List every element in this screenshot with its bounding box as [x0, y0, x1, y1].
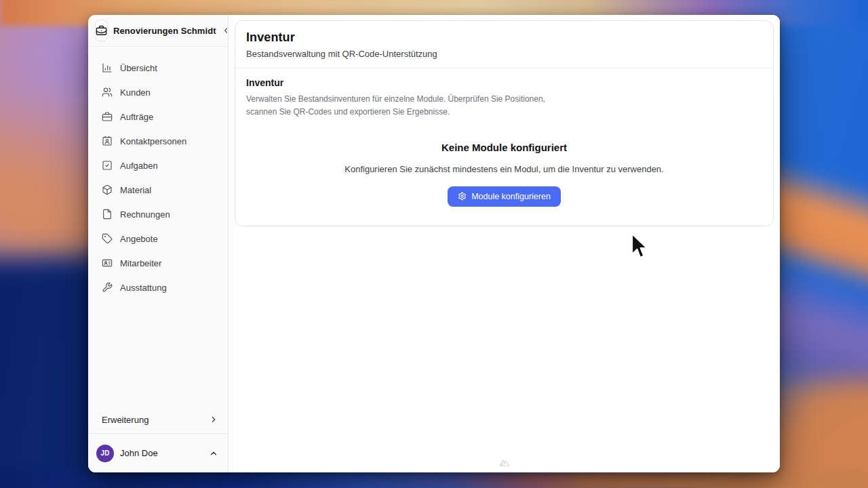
sidebar-item-label: Angebote	[120, 234, 158, 244]
brand-logo	[95, 20, 108, 41]
briefcase-icon	[102, 111, 113, 122]
check-square-icon	[102, 160, 113, 171]
sidebar-nav: Übersicht Kunden Aufträge Kontaktpersone…	[88, 47, 228, 300]
sidebar-item-mitarbeiter[interactable]: Mitarbeiter	[96, 251, 220, 275]
wallpaper-blob	[0, 470, 868, 488]
id-card-icon	[102, 258, 113, 268]
tag-icon	[102, 233, 113, 244]
sidebar-item-label: Kunden	[120, 87, 151, 98]
main-content: Inventur Bestandsverwaltung mit QR-Code-…	[229, 15, 780, 472]
sidebar-item-angebote[interactable]: Angebote	[96, 226, 220, 251]
sidebar-item-kunden[interactable]: Kunden	[96, 80, 220, 104]
sidebar-item-label: Material	[120, 185, 151, 195]
empty-state: Keine Module konfiguriert Konfigurieren …	[246, 142, 762, 207]
extension-label: Erweiterung	[102, 415, 149, 425]
brand-name: Renovierungen Schmidt	[113, 26, 216, 36]
sidebar-item-label: Mitarbeiter	[120, 258, 161, 268]
page-title: Inventur	[246, 30, 762, 45]
avatar: JD	[96, 445, 114, 462]
sidebar-item-label: Übersicht	[120, 63, 157, 73]
empty-state-title: Keine Module konfiguriert	[246, 142, 762, 153]
empty-state-message: Konfigurieren Sie zunächst mindestens ei…	[246, 164, 762, 174]
sidebar-item-erweiterung[interactable]: Erweiterung	[88, 406, 228, 433]
package-icon	[102, 184, 113, 195]
app-window: Renovierungen Schmidt Übersicht Kunden A…	[88, 15, 780, 472]
file-icon	[102, 209, 113, 220]
sidebar-item-label: Aufgaben	[120, 161, 158, 171]
sidebar-spacer	[88, 300, 228, 406]
inventur-card: Inventur Bestandsverwaltung mit QR-Code-…	[235, 20, 774, 226]
contact-icon	[102, 136, 113, 146]
sidebar-item-aufgaben[interactable]: Aufgaben	[96, 153, 220, 178]
user-name: John Doe	[120, 448, 158, 458]
chevron-right-icon	[209, 415, 218, 424]
section-title: Inventur	[246, 77, 762, 88]
bar-chart-icon	[102, 62, 113, 73]
sidebar-item-label: Ausstattung	[120, 283, 167, 293]
page-subtitle: Bestandsverwaltung mit QR-Code-Unterstüt…	[246, 49, 762, 59]
button-label: Module konfigurieren	[471, 192, 551, 201]
users-icon	[102, 87, 113, 98]
mountain-logo-icon	[498, 457, 511, 470]
card-body: Inventur Verwalten Sie Bestandsinventure…	[235, 68, 773, 226]
sidebar-item-material[interactable]: Material	[96, 178, 220, 202]
desktop: Renovierungen Schmidt Übersicht Kunden A…	[0, 0, 868, 488]
gear-icon	[458, 192, 467, 201]
configure-modules-button[interactable]: Module konfigurieren	[448, 186, 561, 207]
sidebar: Renovierungen Schmidt Übersicht Kunden A…	[88, 15, 229, 472]
sidebar-item-label: Kontaktpersonen	[120, 136, 186, 146]
sidebar-item-ausstattung[interactable]: Ausstattung	[96, 275, 220, 300]
sidebar-item-label: Rechnungen	[120, 209, 170, 220]
sidebar-item-label: Aufträge	[120, 112, 153, 122]
sidebar-item-uebersicht[interactable]: Übersicht	[96, 56, 220, 80]
sidebar-item-rechnungen[interactable]: Rechnungen	[96, 202, 220, 226]
wrench-icon	[102, 282, 113, 293]
page-header: Inventur Bestandsverwaltung mit QR-Code-…	[235, 21, 773, 68]
chevron-up-icon	[209, 449, 218, 458]
briefcase-icon	[96, 25, 107, 37]
section-description: Verwalten Sie Bestandsinventuren für ein…	[246, 93, 549, 119]
sidebar-item-kontaktpersonen[interactable]: Kontaktpersonen	[96, 129, 220, 153]
user-menu[interactable]: JD John Doe	[88, 433, 228, 472]
sidebar-header: Renovierungen Schmidt	[88, 15, 228, 47]
sidebar-item-auftraege[interactable]: Aufträge	[96, 104, 220, 129]
